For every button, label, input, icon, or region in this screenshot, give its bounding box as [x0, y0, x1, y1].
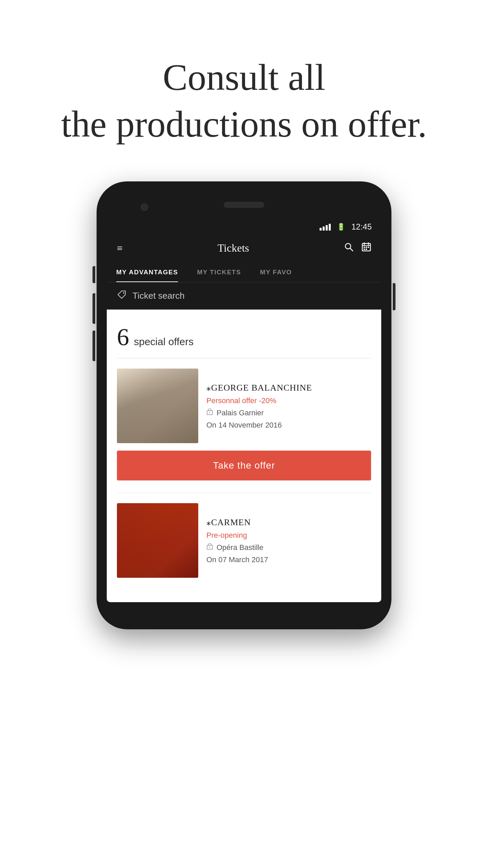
calendar-icon[interactable]: [362, 242, 371, 254]
offer-image-balanchine: [117, 369, 198, 443]
battery-icon: 🔋: [337, 223, 345, 231]
hero-section: Consult all the productions on offer.: [0, 0, 488, 175]
header-actions: [344, 242, 371, 254]
signal-bar-4: [329, 224, 331, 231]
phone-mockup: 🔋 12:45 ≡ Tickets: [0, 175, 488, 629]
app-header: ≡ Tickets: [107, 236, 381, 261]
offer-info-row: ⁎GEORGE BALANCHINE Personnal offer -20%: [117, 369, 371, 443]
status-time: 12:45: [351, 222, 372, 232]
hero-line2: the productions on offer.: [61, 103, 427, 145]
signal-strength: [320, 223, 331, 231]
offers-count-number: 6: [117, 323, 129, 351]
signal-bar-3: [326, 225, 328, 231]
tag-icon: [117, 290, 126, 302]
earpiece-speaker: [224, 202, 264, 208]
take-offer-button-balanchine[interactable]: Take the offer: [117, 451, 371, 480]
hero-line1: Consult all: [163, 57, 325, 98]
signal-bar-2: [323, 226, 325, 231]
offer-card-balanchine: ⁎GEORGE BALANCHINE Personnal offer -20%: [117, 369, 371, 480]
offer-venue-text-balanchine: Palais Garnier: [217, 409, 264, 417]
svg-rect-8: [368, 246, 369, 248]
venue-icon-balanchine: [206, 409, 213, 417]
tab-my-favo[interactable]: MY FAVO: [250, 261, 301, 282]
app-title: Tickets: [218, 242, 249, 254]
phone-top-bar: [107, 202, 381, 218]
offer-date-carmen: On 07 March 2017: [206, 555, 371, 564]
offer-divider: [117, 493, 371, 493]
tabs-bar: MY ADVANTAGES MY TICKETS MY FAVO: [107, 261, 381, 282]
offer-venue-row-carmen: Opéra Bastille: [206, 543, 371, 552]
svg-line-1: [350, 248, 353, 251]
offers-count-label: special offers: [134, 336, 194, 348]
search-icon[interactable]: [344, 242, 353, 254]
offers-count-section: 6 special offers: [117, 323, 371, 358]
signal-bar-1: [320, 228, 322, 231]
svg-rect-10: [366, 249, 367, 250]
hero-title: Consult all the productions on offer.: [0, 54, 488, 147]
tab-my-advantages[interactable]: MY ADVANTAGES: [107, 261, 187, 282]
offer-date-balanchine: On 14 November 2016: [206, 421, 371, 430]
svg-rect-9: [364, 249, 365, 250]
svg-rect-6: [364, 246, 365, 248]
front-camera: [141, 203, 148, 211]
offer-title-carmen: ⁎CARMEN: [206, 517, 371, 528]
ticket-search-bar[interactable]: Ticket search: [107, 282, 381, 310]
offer-venue-row-balanchine: Palais Garnier: [206, 409, 371, 417]
offer-info-row-carmen: ⁎CARMEN Pre-opening: [117, 503, 371, 578]
phone-screen: 🔋 12:45 ≡ Tickets: [107, 218, 381, 602]
venue-icon-carmen: [206, 543, 213, 552]
svg-point-11: [123, 292, 124, 294]
content-area: 6 special offers ⁎GEORGE BALANCHINE Pers…: [107, 310, 381, 602]
svg-rect-7: [366, 246, 367, 248]
offer-subtitle-carmen: Pre-opening: [206, 531, 371, 540]
volume-silent-button: [93, 266, 95, 283]
offer-details-carmen: ⁎CARMEN Pre-opening: [206, 503, 371, 578]
offer-details-balanchine: ⁎GEORGE BALANCHINE Personnal offer -20%: [206, 369, 371, 443]
menu-icon[interactable]: ≡: [117, 242, 123, 254]
power-button: [393, 283, 395, 310]
offer-title-balanchine: ⁎GEORGE BALANCHINE: [206, 382, 371, 393]
offer-subtitle-balanchine: Personnal offer -20%: [206, 396, 371, 405]
ticket-search-label: Ticket search: [133, 291, 185, 301]
offer-card-carmen: ⁎CARMEN Pre-opening: [117, 503, 371, 589]
volume-up-button: [93, 293, 95, 324]
offer-image-carmen: [117, 503, 198, 578]
phone-body: 🔋 12:45 ≡ Tickets: [97, 181, 391, 629]
status-bar: 🔋 12:45: [107, 218, 381, 236]
tab-my-tickets[interactable]: MY TICKETS: [187, 261, 250, 282]
offer-venue-text-carmen: Opéra Bastille: [217, 543, 263, 552]
volume-down-button: [93, 331, 95, 361]
